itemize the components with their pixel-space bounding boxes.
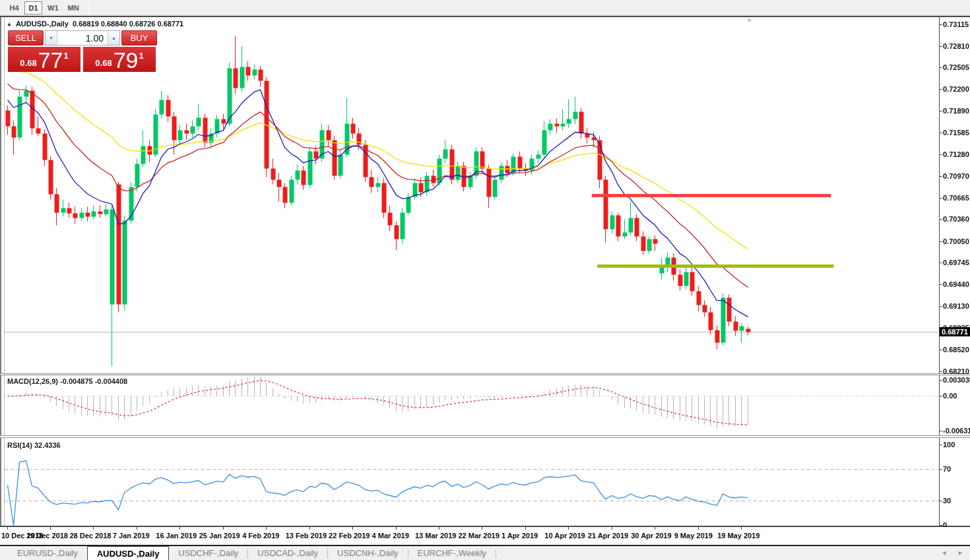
price-axis-tick [940,46,942,47]
sell-button[interactable]: SELL [8,30,44,46]
tab-scroll-left-icon[interactable]: ◄ [941,549,947,556]
indicator-axis-tick [940,501,942,501]
price-axis-label: 0.69130 [943,302,969,310]
date-axis-tick [50,527,51,530]
date-axis-label: 4 Mar 2019 [372,532,409,540]
date-axis-label: 4 Feb 2019 [242,532,279,540]
sell-price-panel[interactable]: 0.68 77 1 [8,47,81,72]
date-axis-label: 22 Feb 2019 [329,532,370,540]
date-axis-tick [655,527,655,530]
date-axis-label: 1 Apr 2019 [501,532,538,540]
price-axis-label: 0.71585 [943,129,969,137]
chart-tab-usdchf[interactable]: USDCHF-,Daily [169,546,247,560]
date-axis: 10 Dec 201819 Dec 201828 Dec 20187 Jan 2… [0,527,970,545]
indicator-axis-label: 100 [943,441,955,449]
indicator-axis-tick [940,396,942,396]
price-axis-label: 0.71890 [943,107,969,115]
date-axis-tick [741,527,742,530]
sell-price-sup: 1 [63,51,68,61]
price-axis-tick [940,219,942,220]
volume-decrease-button[interactable]: ▼ [46,31,57,45]
chart-tab-bar: EURUSD-,DailyAUDUSD-,DailyUSDCHF-,DailyU… [0,546,970,560]
sell-price-prefix: 0.68 [20,58,36,68]
date-axis-label: 25 Jan 2019 [199,532,240,540]
panel-divider[interactable] [0,435,970,438]
date-axis-tick [266,527,267,530]
date-axis-label: 30 Apr 2019 [631,532,671,540]
price-axis-tick [940,133,942,133]
price-axis-tick [940,89,942,90]
chart-tab-eurchf[interactable]: EURCHF-,Weekly [408,546,496,560]
macd-label: MACD(12,26,9) -0.004875 -0.004408 [7,377,127,385]
buy-price-big: 79 [113,50,139,70]
price-axis-tick [940,154,942,155]
indicator-axis-tick [940,431,942,431]
date-axis-label: 13 Mar 2019 [415,532,456,540]
chart-ohlc-values: 0.68819 0.68840 0.68726 0.68771 [73,20,183,28]
price-axis-label: 0.70665 [943,194,969,202]
price-axis-tick [940,176,942,177]
current-bid-tag: 0.68771 [940,327,970,336]
timeframe-button-d1[interactable]: D1 [24,1,42,15]
chart-tab-usdcad[interactable]: USDCAD-,Daily [248,546,327,560]
date-axis-label: 22 Mar 2019 [458,532,499,540]
tab-separator [496,549,496,558]
buy-button[interactable]: BUY [121,30,157,46]
indicator-axis-label: 0.003035 [943,376,970,384]
price-axis-tick [940,284,942,285]
date-axis-tick [482,527,482,530]
macd-indicator-canvas[interactable] [5,375,939,435]
timeframe-button-w1[interactable]: W1 [44,1,63,15]
tab-scroll-controls: ◄ ► [941,549,963,556]
buy-price-sup: 1 [139,51,143,61]
price-axis-tick [940,198,942,199]
date-axis-tick [698,527,699,530]
scroll-anchor-icon[interactable]: ▼ [746,17,752,24]
chart-left-border [0,17,5,526]
timeframe-button-group: H4D1W1MN [4,1,83,15]
price-axis-tick [940,350,942,350]
chart-tab-audusd[interactable]: AUDUSD-,Daily [87,546,170,560]
rsi-label: RSI(14) 32.4336 [7,441,61,449]
date-axis-tick [396,527,397,530]
panel-divider[interactable] [0,373,970,375]
date-axis-label: 21 Apr 2019 [588,532,628,540]
date-axis-tick [525,527,526,530]
date-axis-tick [93,527,94,530]
price-axis-label: 0.68210 [943,367,969,375]
price-axis-label: 0.70970 [943,172,969,180]
rsi-indicator-canvas[interactable] [5,439,939,526]
timeframe-button-h4[interactable]: H4 [5,1,23,15]
date-axis-label: 19 May 2019 [717,532,760,540]
tab-scroll-right-icon[interactable]: ► [957,549,963,556]
date-axis-tick [352,527,353,530]
date-axis-label: 9 May 2019 [674,532,713,540]
chart-title: ▲ AUDUSD-,Daily 0.68819 0.68840 0.68726 … [7,20,183,28]
price-axis-label: 0.71280 [943,150,969,158]
volume-value[interactable]: 1.00 [57,31,108,45]
price-axis-label: 0.72505 [943,63,969,71]
volume-increase-button[interactable]: ▲ [108,31,119,45]
indicator-axis-tick [940,445,942,445]
indicator-axis-label: -0.006311 [943,427,970,435]
chart-tab-eurusd[interactable]: EURUSD-,Daily [8,546,87,560]
price-axis-tick [940,111,942,111]
buy-price-panel[interactable]: 0.68 79 1 [83,47,156,72]
timeframe-button-mn[interactable]: MN [64,1,83,15]
date-axis-tick [179,527,180,530]
price-axis-tick [940,306,942,307]
indicator-axis-label: 70 [943,465,951,473]
date-axis-label: 28 Dec 2018 [69,532,111,540]
toolbar-separator [88,2,89,14]
buy-price-prefix: 0.68 [95,58,112,68]
collapse-triangle-icon[interactable]: ▲ [7,21,12,27]
indicator-axis-label: 30 [943,497,951,505]
price-axis-label: 0.69745 [943,259,969,266]
date-axis-tick [223,527,224,530]
chart-symbol-label: AUDUSD-,Daily [16,20,69,28]
date-axis-tick [309,527,310,530]
indicator-axis-tick [940,380,942,381]
chart-tab-usdcnh[interactable]: USDCNH-,Daily [328,546,407,560]
price-axis-label: 0.70050 [943,237,969,245]
date-axis-tick [568,527,569,530]
